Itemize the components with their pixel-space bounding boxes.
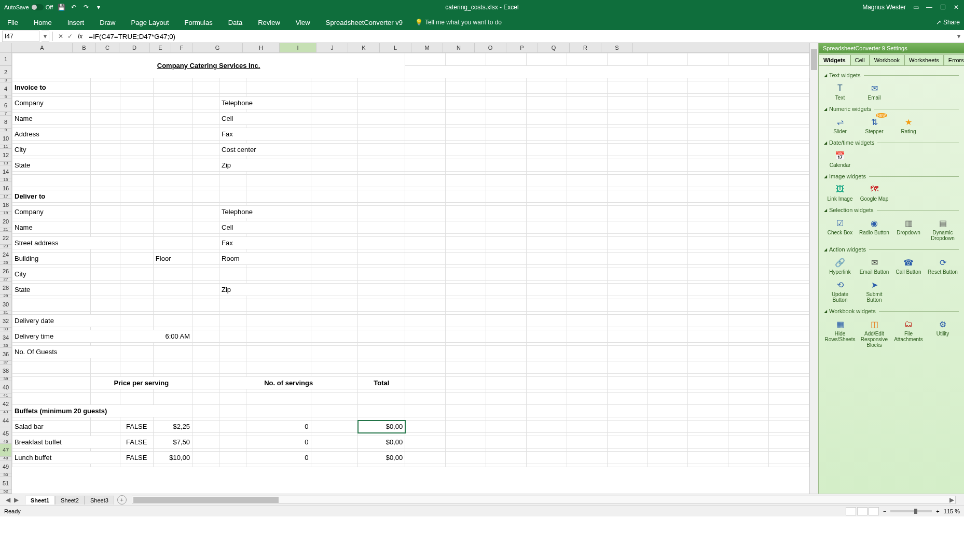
row-header-8[interactable]: 8 (0, 116, 11, 129)
value-breakfast-srv[interactable]: 0 (246, 436, 311, 449)
row-header-30[interactable]: 30 (0, 298, 11, 311)
panel-group-image-widgets[interactable]: Image widgets (824, 173, 959, 179)
label-name-2[interactable]: Name (12, 221, 91, 234)
row-header-34[interactable]: 34 (0, 331, 11, 344)
col-header-N[interactable]: N (443, 43, 475, 52)
col-header-E[interactable]: E (150, 43, 171, 52)
cancel-formula-icon[interactable]: ✕ (56, 32, 65, 41)
label-cost-center[interactable]: Cost center (219, 144, 311, 156)
label-city-2[interactable]: City (12, 268, 91, 281)
label-telephone-2[interactable]: Telephone (219, 206, 311, 218)
row-header-51[interactable]: 51 (0, 477, 11, 490)
row-header-19[interactable]: 19 (0, 212, 11, 215)
row-header-10[interactable]: 10 (0, 132, 11, 145)
label-street-address[interactable]: Street address (12, 237, 120, 249)
fx-icon[interactable]: fx (78, 33, 82, 40)
header-total[interactable]: Total (358, 377, 405, 389)
label-telephone[interactable]: Telephone (219, 97, 311, 109)
value-lunch-tot[interactable]: $0,00 (358, 452, 405, 464)
label-invoice-to[interactable]: Invoice to (12, 81, 91, 94)
col-header-A[interactable]: A (12, 43, 73, 52)
widget-link-image[interactable]: 🖼Link Image (824, 184, 856, 202)
widget-call-button[interactable]: ☎Call Button (892, 257, 925, 275)
tab-page-layout[interactable]: Page Layout (128, 17, 172, 29)
panel-group-date-time-widgets[interactable]: Date/time widgets (824, 139, 959, 146)
company-title[interactable]: Company Catering Services Inc. (12, 53, 405, 78)
row-header-46[interactable]: 46 (0, 440, 11, 444)
row-header-41[interactable]: 41 (0, 394, 11, 398)
row-header-35[interactable]: 35 (0, 344, 11, 348)
label-floor[interactable]: Floor (153, 253, 192, 265)
row-header-47[interactable]: 47 (0, 444, 11, 457)
label-state-2[interactable]: State (12, 284, 91, 296)
label-city[interactable]: City (12, 144, 91, 156)
value-salad-bar-chk[interactable]: FALSE (120, 421, 153, 433)
widget-stepper[interactable]: ⇅Stepper (858, 116, 890, 134)
tab-insert[interactable]: Insert (64, 17, 88, 29)
name-box[interactable]: I47 (2, 31, 39, 42)
widget-file-attachments[interactable]: 🗂File Attachments (892, 318, 925, 348)
view-page-break-icon[interactable] (869, 507, 879, 515)
header-buffets[interactable]: Buffets (minimum 20 guests) (12, 405, 192, 417)
col-header-R[interactable]: R (570, 43, 601, 52)
widget-rating[interactable]: ★Rating (892, 116, 925, 134)
new-sheet-button[interactable]: + (117, 495, 127, 505)
widget-hide-rows-sheets[interactable]: ▦Hide Rows/Sheets (824, 318, 856, 348)
row-header-32[interactable]: 32 (0, 315, 11, 328)
widget-email-button[interactable]: ✉Email Button (858, 257, 890, 275)
undo-icon[interactable]: ↶ (70, 3, 78, 11)
tab-file[interactable]: File (4, 17, 21, 29)
row-header-20[interactable]: 20 (0, 215, 11, 228)
widget-update-button[interactable]: ⟲Update Button (824, 279, 856, 303)
label-breakfast[interactable]: Breakfast buffet (12, 436, 120, 449)
value-lunch-srv[interactable]: 0 (246, 452, 311, 464)
header-price-per-serving[interactable]: Price per serving (90, 377, 192, 389)
label-company[interactable]: Company (12, 97, 91, 109)
value-salad-bar-srv[interactable]: 0 (246, 421, 311, 433)
row-header-43[interactable]: 43 (0, 411, 11, 414)
col-header-S[interactable]: S (601, 43, 633, 52)
row-header-15[interactable]: 15 (0, 178, 11, 182)
value-lunch-chk[interactable]: FALSE (120, 452, 153, 464)
value-breakfast-tot[interactable]: $0,00 (358, 436, 405, 449)
save-icon[interactable]: 💾 (57, 3, 65, 11)
widget-google-map[interactable]: 🗺Google Map (858, 184, 890, 202)
col-header-K[interactable]: K (348, 43, 380, 52)
row-header-13[interactable]: 13 (0, 162, 11, 165)
row-header-14[interactable]: 14 (0, 165, 11, 178)
sheet-nav-next-icon[interactable]: ▶ (12, 496, 20, 503)
expand-formula-bar-icon[interactable]: ▾ (954, 33, 964, 40)
col-header-B[interactable]: B (73, 43, 96, 52)
row-header-11[interactable]: 11 (0, 145, 11, 149)
panel-tab-workbook[interactable]: Workbook (870, 54, 904, 65)
label-room[interactable]: Room (219, 253, 311, 265)
view-normal-icon[interactable] (846, 507, 856, 515)
value-breakfast-price[interactable]: $7,50 (153, 436, 192, 449)
row-header-45[interactable]: 45 (0, 427, 11, 440)
minimize-icon[interactable]: — (926, 4, 933, 11)
close-icon[interactable]: ✕ (953, 4, 960, 11)
name-box-dropdown-icon[interactable]: ▾ (42, 31, 49, 42)
panel-group-workbook-widgets[interactable]: Workbook widgets (824, 308, 959, 314)
tell-me-search[interactable]: 💡 Tell me what you want to do (415, 19, 502, 26)
vertical-scrollbar[interactable] (809, 43, 818, 494)
zoom-slider[interactable] (890, 510, 932, 512)
label-fax-2[interactable]: Fax (219, 237, 311, 249)
value-breakfast-chk[interactable]: FALSE (120, 436, 153, 449)
zoom-in-icon[interactable]: + (936, 508, 939, 514)
widget-calendar[interactable]: 📅Calendar (824, 150, 856, 168)
widget-dynamic-dropdown[interactable]: ▤Dynamic Dropdown (927, 217, 959, 241)
qat-dropdown-icon[interactable]: ▾ (94, 3, 103, 11)
widget-radio-button[interactable]: ◉Radio Button (858, 217, 890, 241)
col-header-Q[interactable]: Q (538, 43, 570, 52)
horizontal-scrollbar[interactable]: ◀ ▶ (132, 496, 956, 504)
label-name[interactable]: Name (12, 113, 91, 125)
label-building[interactable]: Building (12, 253, 91, 265)
widget-submit-button[interactable]: ➤Submit Button (858, 279, 890, 303)
row-header-24[interactable]: 24 (0, 248, 11, 261)
widget-utility[interactable]: ⚙Utility (927, 318, 959, 348)
row-header-44[interactable]: 44 (0, 414, 11, 427)
row-header-52[interactable]: 52 (0, 490, 11, 494)
row-header-17[interactable]: 17 (0, 195, 11, 199)
row-header-9[interactable]: 9 (0, 129, 11, 132)
